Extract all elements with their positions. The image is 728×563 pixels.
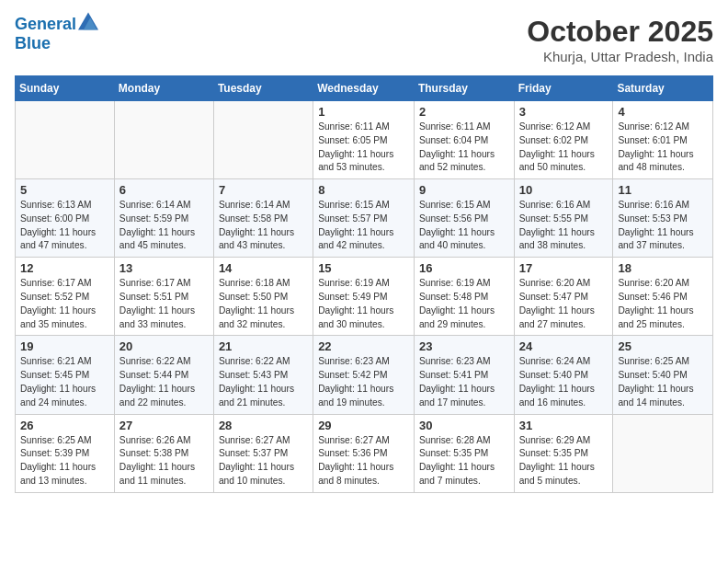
day-number: 1 <box>318 105 409 119</box>
page-header: General Blue October 2025 Khurja, Uttar … <box>15 15 713 64</box>
weekday-header-thursday: Thursday <box>414 76 514 101</box>
weekday-header-row: SundayMondayTuesdayWednesdayThursdayFrid… <box>16 76 713 101</box>
day-info: Sunrise: 6:12 AMSunset: 6:02 PMDaylight:… <box>519 121 595 172</box>
day-info: Sunrise: 6:28 AMSunset: 5:35 PMDaylight:… <box>419 435 495 486</box>
day-number: 11 <box>618 183 708 197</box>
calendar-cell: 31Sunrise: 6:29 AMSunset: 5:35 PMDayligh… <box>514 414 613 492</box>
day-info: Sunrise: 6:22 AMSunset: 5:44 PMDaylight:… <box>119 356 195 407</box>
day-info: Sunrise: 6:16 AMSunset: 5:55 PMDaylight:… <box>519 200 595 250</box>
calendar-cell: 2Sunrise: 6:11 AMSunset: 6:04 PMDaylight… <box>414 101 514 179</box>
calendar-cell: 4Sunrise: 6:12 AMSunset: 6:01 PMDaylight… <box>613 101 713 179</box>
calendar-cell: 22Sunrise: 6:23 AMSunset: 5:42 PMDayligh… <box>313 336 415 414</box>
calendar-cell: 18Sunrise: 6:20 AMSunset: 5:46 PMDayligh… <box>613 258 713 336</box>
day-number: 5 <box>20 183 109 197</box>
logo-blue-text: Blue <box>15 35 98 53</box>
day-info: Sunrise: 6:23 AMSunset: 5:42 PMDaylight:… <box>318 356 393 407</box>
day-info: Sunrise: 6:29 AMSunset: 5:35 PMDaylight:… <box>519 435 595 486</box>
day-info: Sunrise: 6:17 AMSunset: 5:52 PMDaylight:… <box>20 278 96 328</box>
logo-text: General <box>15 16 76 34</box>
calendar-cell: 8Sunrise: 6:15 AMSunset: 5:57 PMDaylight… <box>313 179 415 258</box>
calendar-cell: 26Sunrise: 6:25 AMSunset: 5:39 PMDayligh… <box>16 414 115 492</box>
day-number: 14 <box>219 261 308 275</box>
day-info: Sunrise: 6:11 AMSunset: 6:05 PMDaylight:… <box>318 121 393 172</box>
day-number: 17 <box>519 261 609 275</box>
calendar-cell <box>613 414 713 492</box>
day-info: Sunrise: 6:14 AMSunset: 5:58 PMDaylight:… <box>219 200 294 250</box>
day-number: 24 <box>519 339 609 353</box>
day-info: Sunrise: 6:15 AMSunset: 5:57 PMDaylight:… <box>318 200 393 250</box>
calendar-cell: 17Sunrise: 6:20 AMSunset: 5:47 PMDayligh… <box>514 258 613 336</box>
weekday-header-monday: Monday <box>114 76 213 101</box>
logo: General Blue <box>15 15 98 53</box>
day-number: 6 <box>119 183 209 197</box>
calendar-cell: 23Sunrise: 6:23 AMSunset: 5:41 PMDayligh… <box>414 336 514 414</box>
calendar-cell: 7Sunrise: 6:14 AMSunset: 5:58 PMDaylight… <box>213 179 313 258</box>
calendar-cell: 10Sunrise: 6:16 AMSunset: 5:55 PMDayligh… <box>514 179 613 258</box>
day-info: Sunrise: 6:23 AMSunset: 5:41 PMDaylight:… <box>419 356 495 407</box>
weekday-header-saturday: Saturday <box>613 76 713 101</box>
calendar-week-row: 26Sunrise: 6:25 AMSunset: 5:39 PMDayligh… <box>16 414 713 492</box>
location: Khurja, Uttar Pradesh, India <box>527 49 713 64</box>
month-title: October 2025 <box>527 15 713 49</box>
weekday-header-tuesday: Tuesday <box>213 76 313 101</box>
day-info: Sunrise: 6:20 AMSunset: 5:47 PMDaylight:… <box>519 278 595 328</box>
calendar-cell: 6Sunrise: 6:14 AMSunset: 5:59 PMDaylight… <box>114 179 213 258</box>
calendar-cell: 14Sunrise: 6:18 AMSunset: 5:50 PMDayligh… <box>213 258 313 336</box>
day-info: Sunrise: 6:19 AMSunset: 5:48 PMDaylight:… <box>419 278 495 328</box>
calendar-cell: 3Sunrise: 6:12 AMSunset: 6:02 PMDaylight… <box>514 101 613 179</box>
calendar-cell <box>16 101 115 179</box>
calendar-cell: 27Sunrise: 6:26 AMSunset: 5:38 PMDayligh… <box>114 414 213 492</box>
day-info: Sunrise: 6:13 AMSunset: 6:00 PMDaylight:… <box>20 200 96 250</box>
calendar-table: SundayMondayTuesdayWednesdayThursdayFrid… <box>15 75 713 493</box>
day-number: 20 <box>119 339 209 353</box>
day-number: 22 <box>318 339 409 353</box>
calendar-cell <box>114 101 213 179</box>
logo-icon <box>78 11 98 31</box>
day-info: Sunrise: 6:18 AMSunset: 5:50 PMDaylight:… <box>219 278 294 328</box>
calendar-cell: 12Sunrise: 6:17 AMSunset: 5:52 PMDayligh… <box>16 258 115 336</box>
day-number: 25 <box>618 339 708 353</box>
calendar-cell: 30Sunrise: 6:28 AMSunset: 5:35 PMDayligh… <box>414 414 514 492</box>
day-number: 4 <box>618 105 708 119</box>
day-number: 12 <box>20 261 109 275</box>
day-info: Sunrise: 6:27 AMSunset: 5:37 PMDaylight:… <box>219 435 294 486</box>
day-number: 2 <box>419 105 509 119</box>
day-info: Sunrise: 6:16 AMSunset: 5:53 PMDaylight:… <box>618 200 693 250</box>
calendar-cell: 29Sunrise: 6:27 AMSunset: 5:36 PMDayligh… <box>313 414 415 492</box>
day-number: 18 <box>618 261 708 275</box>
day-info: Sunrise: 6:22 AMSunset: 5:43 PMDaylight:… <box>219 356 294 407</box>
weekday-header-sunday: Sunday <box>16 76 115 101</box>
day-number: 9 <box>419 183 509 197</box>
weekday-header-friday: Friday <box>514 76 613 101</box>
day-number: 28 <box>219 419 308 432</box>
title-block: October 2025 Khurja, Uttar Pradesh, Indi… <box>527 15 713 64</box>
calendar-cell: 5Sunrise: 6:13 AMSunset: 6:00 PMDaylight… <box>16 179 115 258</box>
day-number: 27 <box>119 419 209 432</box>
day-info: Sunrise: 6:12 AMSunset: 6:01 PMDaylight:… <box>618 121 693 172</box>
calendar-cell: 19Sunrise: 6:21 AMSunset: 5:45 PMDayligh… <box>16 336 115 414</box>
day-number: 16 <box>419 261 509 275</box>
day-info: Sunrise: 6:27 AMSunset: 5:36 PMDaylight:… <box>318 435 393 486</box>
day-number: 13 <box>119 261 209 275</box>
day-number: 21 <box>219 339 308 353</box>
day-number: 19 <box>20 339 109 353</box>
calendar-cell: 11Sunrise: 6:16 AMSunset: 5:53 PMDayligh… <box>613 179 713 258</box>
calendar-cell: 15Sunrise: 6:19 AMSunset: 5:49 PMDayligh… <box>313 258 415 336</box>
day-number: 8 <box>318 183 409 197</box>
calendar-cell <box>213 101 313 179</box>
calendar-cell: 25Sunrise: 6:25 AMSunset: 5:40 PMDayligh… <box>613 336 713 414</box>
day-info: Sunrise: 6:20 AMSunset: 5:46 PMDaylight:… <box>618 278 693 328</box>
day-number: 10 <box>519 183 609 197</box>
calendar-cell: 20Sunrise: 6:22 AMSunset: 5:44 PMDayligh… <box>114 336 213 414</box>
day-info: Sunrise: 6:21 AMSunset: 5:45 PMDaylight:… <box>20 356 96 407</box>
day-number: 7 <box>219 183 308 197</box>
day-info: Sunrise: 6:25 AMSunset: 5:39 PMDaylight:… <box>20 435 96 486</box>
day-number: 31 <box>519 419 609 432</box>
calendar-cell: 1Sunrise: 6:11 AMSunset: 6:05 PMDaylight… <box>313 101 415 179</box>
calendar-week-row: 12Sunrise: 6:17 AMSunset: 5:52 PMDayligh… <box>16 258 713 336</box>
calendar-week-row: 5Sunrise: 6:13 AMSunset: 6:00 PMDaylight… <box>16 179 713 258</box>
calendar-cell: 24Sunrise: 6:24 AMSunset: 5:40 PMDayligh… <box>514 336 613 414</box>
weekday-header-wednesday: Wednesday <box>313 76 415 101</box>
calendar-cell: 21Sunrise: 6:22 AMSunset: 5:43 PMDayligh… <box>213 336 313 414</box>
day-info: Sunrise: 6:15 AMSunset: 5:56 PMDaylight:… <box>419 200 495 250</box>
